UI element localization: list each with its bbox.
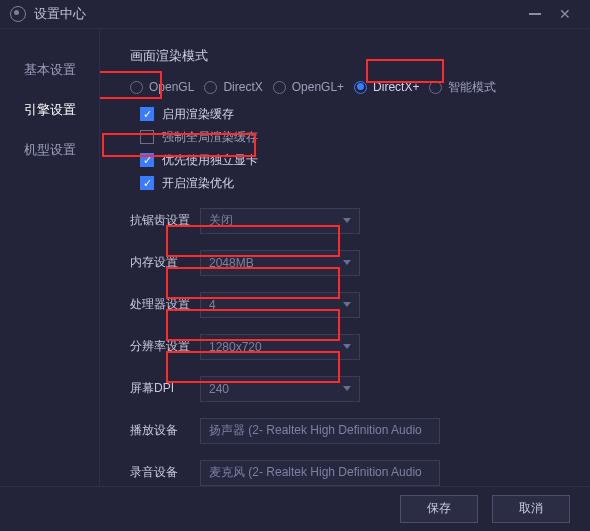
radio-openglplus[interactable]: OpenGL+ — [273, 80, 344, 94]
sidebar-item-label: 机型设置 — [24, 141, 76, 159]
dropdown-value: 2048MB — [209, 256, 254, 270]
chevron-down-icon — [343, 386, 351, 391]
sidebar-item-device[interactable]: 机型设置 — [8, 133, 91, 167]
radio-label: DirectX — [223, 80, 262, 94]
dropdown-resolution[interactable]: 1280x720 — [200, 334, 360, 360]
button-label: 保存 — [427, 500, 451, 517]
render-mode-radiogroup: OpenGL DirectX OpenGL+ DirectX+ 智能模式 — [130, 79, 568, 96]
dropdown-value: 麦克风 (2- Realtek High Definition Audio — [209, 464, 422, 481]
window-title: 设置中心 — [34, 5, 86, 23]
checkbox-force-cache[interactable] — [140, 130, 154, 144]
dropdown-value: 240 — [209, 382, 229, 396]
sidebar-item-label: 引擎设置 — [24, 101, 76, 119]
check-row-render-cache: 启用渲染缓存 — [140, 106, 568, 123]
radio-icon — [429, 81, 442, 94]
chevron-down-icon — [343, 260, 351, 265]
label-memory: 内存设置 — [130, 254, 200, 271]
label-antialias: 抗锯齿设置 — [130, 212, 200, 229]
check-label: 强制全局渲染缓存 — [162, 129, 258, 146]
check-row-render-optimize: 开启渲染优化 — [140, 175, 568, 192]
radio-label: DirectX+ — [373, 80, 419, 94]
checkbox-render-optimize[interactable] — [140, 176, 154, 190]
footer: 保存 取消 — [0, 486, 590, 531]
minimize-button[interactable] — [520, 2, 550, 26]
radio-icon — [204, 81, 217, 94]
radio-smart[interactable]: 智能模式 — [429, 79, 496, 96]
dropdown-value: 扬声器 (2- Realtek High Definition Audio — [209, 422, 422, 439]
radio-directxplus[interactable]: DirectX+ — [354, 80, 419, 94]
close-button[interactable]: ✕ — [550, 2, 580, 26]
dropdown-value: 1280x720 — [209, 340, 262, 354]
dropdown-value: 4 — [209, 298, 216, 312]
button-label: 取消 — [519, 500, 543, 517]
dropdown-playback[interactable]: 扬声器 (2- Realtek High Definition Audio — [200, 418, 440, 444]
radio-directx[interactable]: DirectX — [204, 80, 262, 94]
dropdown-cpu[interactable]: 4 — [200, 292, 360, 318]
check-label: 优先使用独立显卡 — [162, 152, 258, 169]
radio-icon — [273, 81, 286, 94]
check-label: 启用渲染缓存 — [162, 106, 234, 123]
check-label: 开启渲染优化 — [162, 175, 234, 192]
content-panel: 画面渲染模式 OpenGL DirectX OpenGL+ DirectX+ — [100, 29, 590, 486]
check-row-force-cache: 强制全局渲染缓存 — [140, 129, 568, 146]
label-record: 录音设备 — [130, 464, 200, 481]
checkbox-render-cache[interactable] — [140, 107, 154, 121]
sidebar-item-engine[interactable]: 引擎设置 — [8, 93, 91, 127]
section-title-render: 画面渲染模式 — [130, 47, 568, 65]
dropdown-antialias[interactable]: 关闭 — [200, 208, 360, 234]
dropdown-value: 关闭 — [209, 212, 233, 229]
label-cpu: 处理器设置 — [130, 296, 200, 313]
app-icon — [10, 6, 26, 22]
check-row-dedicated-gpu: 优先使用独立显卡 — [140, 152, 568, 169]
save-button[interactable]: 保存 — [400, 495, 478, 523]
chevron-down-icon — [343, 218, 351, 223]
checkbox-dedicated-gpu[interactable] — [140, 153, 154, 167]
dropdown-memory[interactable]: 2048MB — [200, 250, 360, 276]
cancel-button[interactable]: 取消 — [492, 495, 570, 523]
label-resolution: 分辨率设置 — [130, 338, 200, 355]
radio-label: OpenGL+ — [292, 80, 344, 94]
dropdown-dpi[interactable]: 240 — [200, 376, 360, 402]
radio-icon — [130, 81, 143, 94]
titlebar: 设置中心 ✕ — [0, 0, 590, 28]
radio-label: OpenGL — [149, 80, 194, 94]
label-playback: 播放设备 — [130, 422, 200, 439]
radio-icon — [354, 81, 367, 94]
chevron-down-icon — [343, 344, 351, 349]
radio-opengl[interactable]: OpenGL — [130, 80, 194, 94]
sidebar-item-basic[interactable]: 基本设置 — [8, 53, 91, 87]
label-dpi: 屏幕DPI — [130, 380, 200, 397]
sidebar-item-label: 基本设置 — [24, 61, 76, 79]
sidebar: 基本设置 引擎设置 机型设置 — [0, 29, 100, 486]
chevron-down-icon — [343, 302, 351, 307]
radio-label: 智能模式 — [448, 79, 496, 96]
dropdown-record[interactable]: 麦克风 (2- Realtek High Definition Audio — [200, 460, 440, 486]
